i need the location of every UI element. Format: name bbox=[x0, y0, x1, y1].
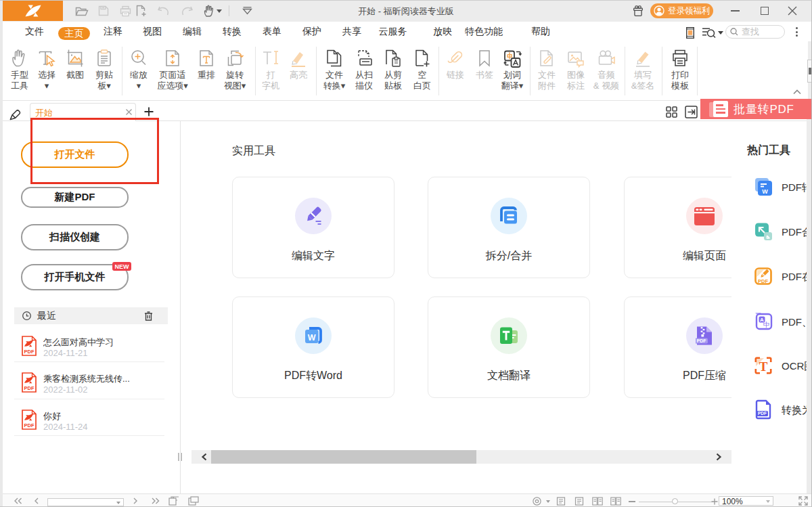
svg-text:T: T bbox=[759, 359, 768, 374]
svg-text:PDF: PDF bbox=[24, 422, 35, 428]
svg-text:W: W bbox=[308, 333, 316, 343]
svg-text:PDF: PDF bbox=[24, 349, 35, 355]
svg-text:PDF: PDF bbox=[758, 278, 768, 284]
svg-text:PDF: PDF bbox=[697, 338, 707, 343]
svg-text:中: 中 bbox=[763, 321, 770, 328]
svg-text:W: W bbox=[762, 188, 768, 195]
svg-text:PDF: PDF bbox=[24, 385, 35, 391]
svg-text:PDF: PDF bbox=[758, 411, 767, 416]
